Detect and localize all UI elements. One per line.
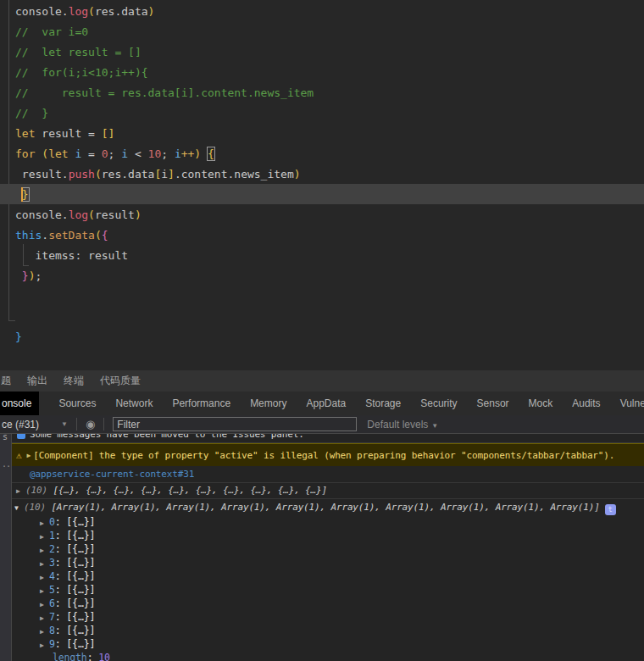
source-link-text[interactable]: @appservice-current-context#31 <box>30 469 194 480</box>
devtools-tab-network[interactable]: Network <box>115 392 153 415</box>
array-item-row: ▶5: [{…}] <box>12 583 644 597</box>
item-value: [{…}] <box>66 597 95 609</box>
item-index: 8 <box>49 625 55 636</box>
devtools-tab-onsole[interactable]: onsole <box>0 392 39 415</box>
info-message-text: Some messages have been moved to the Iss… <box>30 434 304 440</box>
panel-tab[interactable]: 代码质量 <box>100 374 141 388</box>
code-lines: console.log(res.data)// var i=0// let re… <box>15 2 314 347</box>
devtools-tab-audits[interactable]: Audits <box>572 392 600 415</box>
code-token: // result = res.data[i].content.news_ite… <box>15 86 314 99</box>
code-token: ++ <box>181 147 195 160</box>
code-line: // let result = [] <box>15 42 314 63</box>
devtools-tab-vulner[interactable]: Vulner <box>620 392 644 415</box>
item-colon: : <box>55 530 67 542</box>
devtools-tab-sources[interactable]: Sources <box>58 392 96 415</box>
code-token: // for(i;i<10;i++){ <box>15 66 148 79</box>
code-token: 0 <box>102 147 108 160</box>
code-line: // for(i;i<10;i++){ <box>15 63 314 83</box>
devtools-tab-performance[interactable]: Performance <box>172 392 230 415</box>
devtools-tab-storage[interactable]: Storage <box>365 392 401 415</box>
info-icon <box>17 434 25 439</box>
code-token: console. <box>15 208 69 221</box>
chevron-down-icon[interactable]: ▼ <box>61 420 68 428</box>
code-token: ] <box>168 168 175 181</box>
panel-tab[interactable]: 终端 <box>64 374 84 388</box>
array-item-row: ▶3: [{…}] <box>12 556 644 569</box>
panel-tab[interactable]: 题 <box>1 374 11 388</box>
log-levels-dropdown[interactable]: Default levels▼ <box>367 419 438 430</box>
code-token: ) <box>135 208 142 221</box>
array-item-row: ▶0: [{…}] <box>12 515 644 529</box>
code-token: < <box>128 147 147 160</box>
code-token: . <box>42 229 48 242</box>
code-token: ( <box>88 5 95 18</box>
item-index: 9 <box>49 638 55 650</box>
badge-icon[interactable]: t <box>605 504 616 515</box>
item-index: 3 <box>49 557 55 569</box>
item-value: [{…}] <box>66 584 95 596</box>
item-colon: : <box>55 597 67 609</box>
code-token: } <box>22 269 29 282</box>
code-line: itemss: result <box>15 246 314 266</box>
devtools-tab-memory[interactable]: Memory <box>250 392 286 415</box>
live-expression-eye-icon[interactable]: ◉ <box>86 419 95 430</box>
console-source-link[interactable]: @appservice-current-context#31 <box>12 466 644 483</box>
code-token: ; <box>161 147 175 160</box>
code-token: } <box>15 330 22 343</box>
array-count: (10) <box>25 485 47 496</box>
code-line: this.setData({ <box>15 225 314 246</box>
item-index: 7 <box>49 611 55 623</box>
chevron-down-icon: ▼ <box>431 422 438 430</box>
code-token: let <box>48 147 68 160</box>
item-index: 1 <box>49 530 55 542</box>
console-messages: Some messages have been moved to the Iss… <box>12 434 644 661</box>
collapse-arrow-icon[interactable]: ▼ <box>14 500 24 516</box>
item-colon: : <box>55 557 67 569</box>
array-item-row: ▶7: [{…}] <box>12 610 644 624</box>
code-line: console.log(res.data) <box>15 2 314 22</box>
panel-tab[interactable]: 输出 <box>27 374 47 388</box>
code-token: ( <box>95 229 102 242</box>
item-colon: : <box>55 570 67 582</box>
array-count: (10) <box>24 502 46 513</box>
code-token <box>15 269 22 282</box>
code-line: for (let i = 0; i < 10; i++) { <box>15 144 314 164</box>
code-token: res.data <box>102 168 155 181</box>
code-line <box>15 307 314 327</box>
item-index: 5 <box>49 584 55 596</box>
execution-context-selector[interactable]: ce (#31) <box>2 419 39 430</box>
code-token: ( <box>42 147 48 160</box>
warning-icon: ⚠ <box>16 450 21 461</box>
code-token: // let result = [] <box>15 46 142 58</box>
code-token <box>201 147 208 160</box>
array-item-row: ▶8: [{…}] <box>12 624 644 637</box>
devtools-tab-mock[interactable]: Mock <box>529 392 553 415</box>
item-value: [{…}] <box>66 638 95 650</box>
code-token: setData <box>48 229 95 242</box>
console-sidebar-strip[interactable]: s .. <box>0 434 12 661</box>
item-colon: : <box>55 638 67 650</box>
code-token: for <box>15 147 35 160</box>
console-info-message: Some messages have been moved to the Iss… <box>12 434 644 443</box>
array-item-row: ▶1: [{…}] <box>12 529 644 542</box>
devtools-tab-security[interactable]: Security <box>420 392 457 415</box>
code-token: } <box>22 188 29 201</box>
code-line: // var i=0 <box>15 22 314 42</box>
array-length-row: length: 10 <box>12 651 644 661</box>
sidebar-fragment: .. <box>2 459 10 469</box>
item-colon: : <box>55 543 67 555</box>
toolbar-divider <box>103 418 104 430</box>
panel-tab-bar: 题输出终端代码质量 <box>0 370 644 392</box>
expand-arrow-icon[interactable]: ▶ <box>16 484 25 499</box>
code-token: { <box>208 147 214 160</box>
indent-guide-tick <box>8 320 15 321</box>
expand-arrow-icon[interactable]: ▶ <box>26 452 31 459</box>
code-editor[interactable]: console.log(res.data)// var i=0// let re… <box>0 0 644 370</box>
code-token: i <box>175 147 181 160</box>
array-preview: [{…}, {…}, {…}, {…}, {…}, {…}, {…}, {…},… <box>53 485 327 496</box>
code-token: ( <box>88 208 95 221</box>
devtools-tab-sensor[interactable]: Sensor <box>477 392 509 415</box>
code-token: log <box>69 5 88 18</box>
devtools-tab-appdata[interactable]: AppData <box>306 392 346 415</box>
console-filter-input[interactable] <box>113 417 357 431</box>
